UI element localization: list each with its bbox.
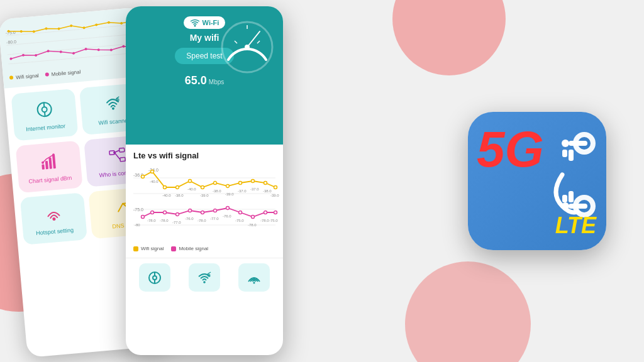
svg-text:-37.0: -37.0 (238, 189, 247, 193)
svg-line-54 (257, 41, 260, 43)
phone-center: Wi-Fi My wifi Speed test 65.0 Mbps Lte v… (126, 6, 283, 355)
svg-point-128 (562, 202, 569, 210)
internet-monitor-label: Internet monitor (26, 123, 66, 132)
app-card-chart-signal[interactable]: Chart signal dBm (16, 141, 83, 194)
svg-point-32 (111, 107, 114, 109)
svg-point-115 (203, 281, 206, 283)
svg-text:-40.0: -40.0 (187, 187, 196, 191)
internet-monitor-icon (35, 100, 54, 123)
svg-line-30 (43, 102, 44, 107)
svg-point-91 (189, 209, 192, 212)
bottom-icon-signal[interactable] (238, 263, 270, 292)
svg-point-72 (252, 180, 255, 183)
svg-point-87 (142, 216, 145, 219)
svg-point-18 (22, 54, 25, 57)
svg-line-117 (208, 272, 211, 274)
svg-point-95 (239, 211, 242, 214)
wifi-scanner-icon (103, 94, 123, 116)
wifi-scanner-label: Wifi scanner (98, 117, 130, 126)
svg-point-20 (47, 50, 49, 52)
svg-point-71 (239, 182, 242, 185)
svg-point-25 (110, 48, 113, 51)
svg-rect-123 (562, 150, 567, 157)
svg-point-64 (151, 170, 154, 173)
svg-point-67 (189, 180, 192, 183)
svg-text:-39.0: -39.0 (225, 192, 234, 196)
app-card-hotspot[interactable]: Hotspot setting (20, 192, 87, 245)
svg-rect-42 (119, 148, 124, 152)
svg-point-74 (274, 186, 277, 189)
svg-point-122 (562, 140, 569, 147)
svg-point-12 (82, 26, 85, 29)
svg-point-70 (226, 185, 230, 188)
svg-point-73 (264, 182, 267, 185)
svg-point-65 (164, 186, 167, 189)
svg-point-93 (214, 209, 217, 212)
svg-text:-40.0: -40.0 (162, 194, 171, 197)
bottom-icon-internet[interactable] (139, 263, 170, 292)
svg-text:-76.0: -76.0 (185, 217, 194, 221)
svg-text:-76.0: -76.0 (223, 214, 231, 218)
svg-point-66 (176, 186, 179, 189)
svg-point-9 (45, 27, 47, 30)
svg-text:-78.0: -78.0 (260, 219, 269, 222)
svg-text:-77.0: -77.0 (210, 217, 219, 221)
phone-center-header: Wi-Fi My wifi Speed test 65.0 Mbps (126, 6, 283, 145)
chart-legend: Wifi signal Mobile signal (133, 246, 275, 251)
svg-point-92 (201, 211, 204, 214)
svg-text:-80: -80 (135, 223, 140, 227)
svg-point-69 (214, 182, 217, 185)
svg-point-11 (70, 25, 72, 27)
chart-section-title: Lte vs wifi signal (133, 151, 275, 160)
svg-rect-43 (119, 157, 125, 162)
svg-text:-75.0: -75.0 (235, 219, 244, 222)
svg-point-29 (42, 106, 47, 112)
svg-line-52 (235, 41, 237, 43)
svg-line-1 (7, 34, 138, 45)
who-connected-icon (108, 146, 127, 168)
svg-text:-40.0: -40.0 (150, 180, 158, 184)
svg-point-15 (120, 22, 123, 25)
svg-line-31 (44, 112, 45, 116)
lte-text: LTE (555, 212, 596, 239)
wifi-legend-dot (133, 246, 138, 251)
svg-point-97 (264, 211, 267, 214)
svg-text:-37.0: -37.0 (250, 187, 259, 191)
mobile-legend-dot (171, 246, 176, 251)
svg-text:-78.0: -78.0 (197, 219, 206, 222)
svg-text:-77.0: -77.0 (172, 221, 181, 224)
wifi-legend-item: Wifi signal (133, 246, 164, 251)
svg-point-89 (164, 211, 167, 214)
svg-point-63 (142, 175, 145, 178)
svg-text:-39.0: -39.0 (200, 194, 209, 197)
svg-text:-75.0: -75.0 (269, 219, 278, 222)
svg-point-22 (72, 52, 75, 55)
svg-rect-129 (562, 195, 567, 202)
svg-point-26 (122, 45, 125, 48)
svg-text:-38.0: -38.0 (263, 189, 272, 193)
svg-point-112 (153, 276, 157, 280)
svg-point-17 (9, 57, 12, 60)
svg-point-98 (274, 211, 277, 214)
svg-text:-38.0: -38.0 (213, 189, 221, 193)
svg-point-21 (60, 50, 62, 53)
mobile-legend-item: Mobile signal (171, 246, 208, 251)
bottom-navigation (126, 258, 283, 297)
network-name: My wifi (190, 33, 219, 43)
speedometer (219, 19, 275, 75)
phone-center-body: Lte vs wifi signal -36.0 -34.0 (126, 145, 283, 258)
hotspot-label: Hotspot setting (36, 226, 74, 236)
svg-text:-78.0: -78.0 (248, 223, 257, 227)
app-card-internet-monitor[interactable]: Internet monitor (11, 89, 78, 141)
svg-point-88 (151, 211, 154, 214)
svg-point-14 (108, 21, 110, 24)
svg-point-23 (84, 48, 87, 50)
svg-rect-130 (569, 191, 574, 202)
speed-value: 65.0 (185, 74, 207, 87)
bg-shape-right-top (392, 0, 506, 75)
bottom-icon-wifi-scan[interactable] (189, 263, 220, 292)
svg-point-19 (35, 54, 37, 57)
speed-unit: Mbps (209, 79, 224, 85)
svg-point-13 (95, 23, 97, 26)
svg-rect-36 (45, 161, 48, 169)
